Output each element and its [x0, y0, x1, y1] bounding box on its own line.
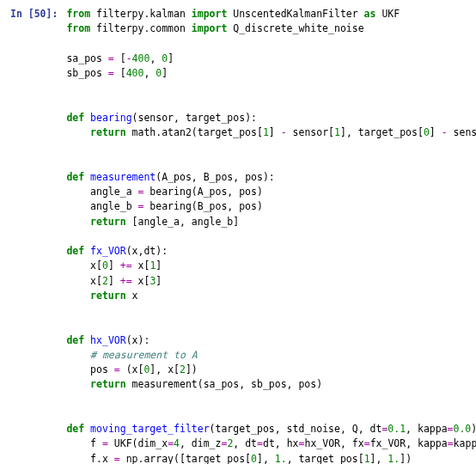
code-line: angle_a = bearing(A_pos, pos) [66, 186, 263, 198]
code-line: pos = (x[0], x[2]) [66, 363, 197, 375]
code-line: def bearing(sensor, target_pos): [66, 112, 257, 124]
code-line: return x [66, 290, 137, 302]
code-block: from filterpy.kalman import UnscentedKal… [66, 7, 476, 464]
code-line: def hx_VOR(x): [66, 334, 150, 346]
code-cell: In [50]: from filterpy.kalman import Uns… [10, 7, 466, 464]
code-line: from filterpy.common import Q_discrete_w… [66, 22, 363, 34]
code-line: def moving_target_filter(target_pos, std… [66, 423, 476, 435]
code-line: x[2] += x[3] [66, 275, 162, 287]
code-line: return measurement(sa_pos, sb_pos, pos) [66, 378, 322, 390]
code-line: x[0] += x[1] [66, 259, 162, 272]
code-line: sb_pos = [400, 0] [66, 67, 168, 79]
code-line: return [angle_a, angle_b] [66, 216, 239, 228]
code-line: from filterpy.kalman import UnscentedKal… [66, 8, 400, 20]
code-line: def fx_VOR(x,dt): [66, 245, 168, 257]
code-line: # measurement to A [66, 349, 197, 361]
code-line: f = UKF(dim_x=4, dim_z=2, dt=dt, hx=hx_V… [66, 437, 476, 449]
cell-prompt: In [50]: [10, 7, 66, 21]
code-line: def measurement(A_pos, B_pos, pos): [66, 171, 274, 183]
code-line: f.x = np.array([target_pos[0], 1., targe… [66, 453, 412, 465]
code-line: angle_b = bearing(B_pos, pos) [66, 200, 263, 212]
code-line: return math.atan2(target_pos[1] - sensor… [66, 126, 476, 138]
code-line: sa_pos = [-400, 0] [66, 52, 174, 64]
